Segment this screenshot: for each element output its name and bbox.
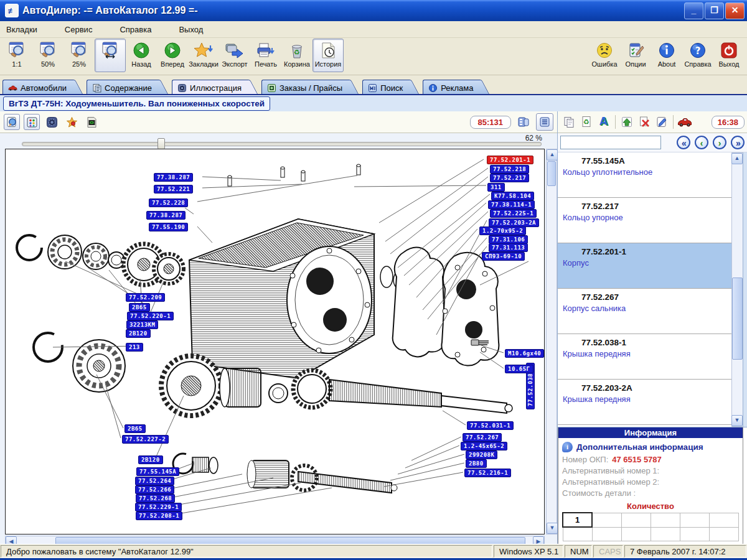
forward-button[interactable]: Вперед — [157, 39, 188, 72]
diagram-part-label[interactable]: 2В120 — [126, 329, 151, 338]
back-button[interactable]: Назад — [126, 39, 157, 72]
font-icon[interactable]: AA — [596, 114, 611, 129]
scroll-down-icon[interactable]: ▼ — [731, 415, 743, 426]
diagram-part-label[interactable]: СП93-69-10 — [482, 252, 525, 261]
zoom-slider[interactable] — [22, 142, 542, 146]
help-button[interactable]: ?Справка — [682, 39, 713, 72]
diagram-part-label[interactable]: 2В120 — [138, 455, 163, 464]
diagram-part-label[interactable]: 2В65 — [125, 424, 146, 433]
history-button[interactable]: История — [312, 39, 344, 72]
exit-button[interactable]: Выход — [713, 39, 745, 72]
diagram-part-label[interactable]: 1.2-45х65-2 — [461, 442, 507, 450]
zoom-fit-button[interactable] — [95, 39, 126, 72]
tab-cars[interactable]: Автомобили — [2, 80, 70, 94]
diagram-part-label[interactable]: 77.52.227-2 — [122, 435, 169, 444]
recycle-icon[interactable]: ♻ — [579, 114, 594, 129]
nav-prev-button[interactable]: ‹ — [695, 136, 708, 149]
menu-help[interactable]: Справка — [113, 22, 161, 37]
diagram-part-label[interactable]: 299208К — [466, 450, 497, 459]
diagram-part-label[interactable]: 77.38.287 — [146, 211, 186, 220]
diagram-part-label[interactable]: 2В65 — [129, 303, 150, 312]
diagram-part-label[interactable]: 77.52.220-1 — [127, 312, 174, 320]
diagram-part-label[interactable]: 77.52.208-1 — [136, 511, 182, 520]
diagram-part-label[interactable]: 77.31.113 — [489, 243, 528, 252]
diagram-part-label[interactable]: 77.52.216-1 — [464, 469, 511, 477]
diagram-part-label[interactable]: 77.52.221 — [154, 185, 193, 194]
copy-icon[interactable] — [561, 114, 576, 129]
diagram-part-label[interactable]: К77.58.104 — [491, 192, 534, 200]
bookmarks-button[interactable]: Закладки — [188, 39, 219, 72]
diagram-part-label[interactable]: 77.52.217 — [490, 174, 529, 182]
diagram-part-label[interactable]: 77.55.190 — [149, 223, 188, 231]
star-marker-icon[interactable] — [63, 114, 80, 130]
part-row[interactable]: 77.52.201-1Корпус — [558, 243, 747, 289]
diagram-part-label[interactable]: 77.52.203-2А — [489, 218, 539, 227]
preview-icon[interactable] — [4, 114, 20, 130]
diagram-part-label[interactable]: 32213КМ — [126, 320, 158, 329]
thumbnails-button[interactable] — [515, 113, 532, 131]
diagram-part-label[interactable]: 77.52.228 — [149, 198, 188, 207]
part-row[interactable]: 77.52.267Корпус сальника — [558, 289, 747, 334]
diagram-part-label[interactable]: 10.65Г — [505, 365, 533, 373]
diagram-part-label[interactable]: 77.52.268 — [136, 494, 175, 503]
scroll-up-icon[interactable]: ▲ — [731, 153, 743, 164]
diagram-part-label[interactable]: 77.52.225-1 — [490, 209, 537, 218]
scroll-up-icon[interactable]: ▲ — [547, 149, 558, 161]
lens-icon[interactable] — [44, 114, 60, 130]
nav-next-button[interactable]: › — [713, 136, 726, 149]
diagram-vscroll[interactable]: ▲ ▼ — [546, 149, 557, 534]
nav-first-button[interactable]: « — [677, 136, 690, 149]
menu-service[interactable]: Сервис — [59, 22, 103, 37]
car-icon[interactable] — [677, 114, 692, 129]
edit-icon[interactable] — [654, 114, 669, 129]
zoom-50-button[interactable]: 50% — [32, 39, 63, 72]
parts-list-scrollbar[interactable]: ▲ ▼ — [731, 152, 743, 427]
tab-illustration[interactable]: Иллюстрация — [172, 80, 245, 94]
diagram-part-label[interactable]: 77.52.267 — [463, 433, 502, 442]
options-button[interactable]: Опции — [620, 39, 651, 72]
diagram-part-label[interactable]: 77.52.218 — [490, 165, 529, 174]
part-row[interactable]: 77.55.145АКольцо уплотнительное — [558, 152, 747, 198]
diagram-part-label[interactable]: 77.52.264 — [135, 477, 174, 485]
error-button[interactable]: Ошибка — [589, 39, 620, 72]
diagram-part-label[interactable]: 77.52.031-1 — [467, 421, 514, 430]
delete-icon[interactable] — [637, 114, 652, 129]
diagram-part-label[interactable]: 213 — [126, 343, 143, 352]
print-button[interactable]: Печать — [250, 39, 281, 72]
diagram-part-label[interactable]: 77.52.266 — [135, 485, 174, 494]
tab-contents[interactable]: Содержание — [87, 80, 156, 94]
palette-icon[interactable] — [24, 114, 40, 130]
nav-last-button[interactable]: » — [731, 136, 745, 149]
restore-button[interactable]: ❐ — [705, 2, 724, 19]
diagram-part-label[interactable]: 2В80 — [466, 459, 487, 468]
tab-ads[interactable]: Реклама — [423, 80, 477, 94]
about-button[interactable]: About — [651, 39, 682, 72]
close-button[interactable]: ✕ — [725, 2, 745, 19]
quantity-cell[interactable]: 1 — [563, 513, 592, 527]
diagram-part-label[interactable]: 77.38.114-1 — [488, 200, 535, 209]
diagram-part-label[interactable]: 77.52.201-1 — [487, 156, 533, 164]
part-row[interactable]: 77.52.038-1Крышка передняя — [558, 334, 747, 380]
diagram-part-label[interactable]: М10.6gх40 — [505, 349, 544, 358]
trash-button[interactable]: ♻Корзина — [281, 39, 312, 72]
menu-tabs[interactable]: Вкладки — [0, 22, 47, 37]
photo-icon[interactable] — [83, 114, 100, 130]
export-up-icon[interactable] — [619, 114, 634, 129]
list-view-button[interactable] — [536, 113, 553, 131]
part-row[interactable]: 77.52.203-2АКрышка передняя — [558, 380, 747, 425]
diagram-part-label[interactable]: 77.52.229-1 — [135, 503, 182, 511]
tab-search[interactable]: Поиск — [362, 80, 406, 94]
diagram-part-label[interactable]: 77.38.287 — [154, 173, 193, 182]
zoom-actual-button[interactable]: 1:1 — [1, 39, 32, 72]
diagram-part-label[interactable]: 77.55.145А — [136, 467, 179, 476]
zoom-25-button[interactable]: 25% — [63, 39, 95, 72]
diagram-part-label[interactable]: 1.2-70х95-2 — [479, 226, 526, 235]
diagram-part-label[interactable]: 311 — [487, 183, 505, 192]
minimize-button[interactable]: _ — [684, 2, 703, 19]
part-row[interactable]: 77.52.217Кольцо упорное — [558, 198, 747, 243]
diagram-part-label[interactable]: 77.52.209 — [126, 293, 165, 302]
tab-orders[interactable]: Заказы / Прайсы — [261, 80, 346, 94]
parts-search-input[interactable] — [560, 136, 661, 149]
menu-exit[interactable]: Выход — [172, 22, 213, 37]
export-button[interactable]: Экспорт — [219, 39, 250, 72]
